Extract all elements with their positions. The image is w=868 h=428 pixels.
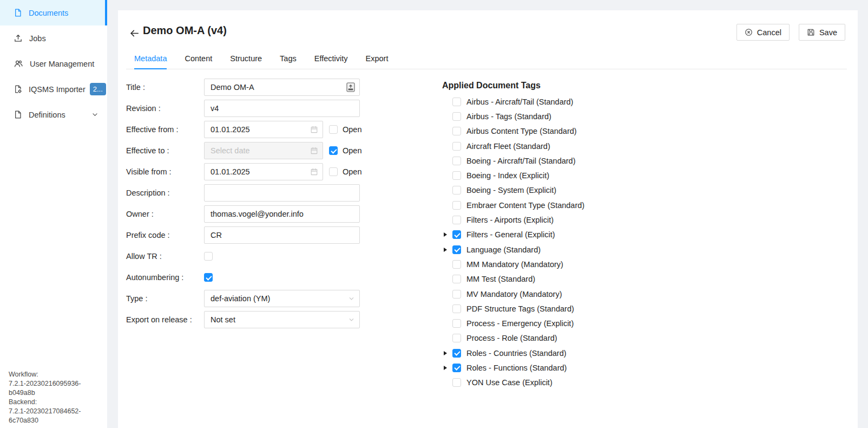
type-select[interactable]: def-aviation (YM): [204, 290, 360, 307]
input-value: Not set: [211, 315, 235, 324]
tag-row: Process - Emergency (Explicit): [442, 316, 584, 330]
caret-slot: [442, 351, 452, 355]
notification-badge: 2...: [90, 83, 106, 95]
input-value: Select date: [211, 146, 250, 155]
sidebar-item-iqsms-importer[interactable]: IQSMS Importer2...: [0, 76, 107, 102]
effective-to-open: Open: [329, 146, 361, 155]
tag-label: Boeing - Index (Explicit): [466, 171, 549, 180]
tag-checkbox[interactable]: [452, 142, 461, 151]
select-arrow-icon: [348, 316, 355, 323]
form-row-title: Title :Demo OM-A: [126, 79, 440, 96]
input-value: Demo OM-A: [211, 83, 254, 92]
sidebar-item-label: User Management: [30, 60, 94, 68]
expand-caret-icon[interactable]: [444, 366, 447, 370]
tag-row: MV Mandatory (Mandatory): [442, 287, 584, 301]
sidebar-item-definitions[interactable]: Definitions: [0, 102, 107, 127]
tag-checkbox[interactable]: [452, 112, 461, 121]
tag-checkbox[interactable]: [452, 304, 461, 313]
tab-tags[interactable]: Tags: [280, 48, 297, 69]
field-label: Export on release :: [126, 315, 204, 324]
visible-from-input[interactable]: 01.01.2025: [204, 163, 323, 180]
tag-checkbox[interactable]: [452, 378, 461, 387]
tag-checkbox[interactable]: [452, 230, 461, 239]
calendar-icon: [310, 147, 318, 155]
description-input[interactable]: [204, 184, 360, 202]
visible-from-open-checkbox[interactable]: [329, 167, 338, 176]
tag-label: Process - Role (Standard): [466, 334, 557, 342]
tag-label: Filters - General (Explicit): [466, 230, 555, 239]
tag-row: Boeing - Aircraft/Tail (Standard): [442, 153, 584, 168]
revision-input[interactable]: v4: [204, 100, 360, 117]
tag-label: Roles - Functions (Standard): [466, 364, 567, 372]
autofill-icon: [346, 82, 355, 92]
tab-metadata[interactable]: Metadata: [134, 48, 167, 69]
tag-row: Airbus - Tags (Standard): [442, 109, 584, 124]
prefix-code-input[interactable]: CR: [204, 226, 360, 244]
tag-checkbox[interactable]: [452, 260, 461, 269]
cancel-button[interactable]: Cancel: [737, 24, 790, 41]
tag-checkbox[interactable]: [452, 216, 461, 224]
tag-checkbox[interactable]: [452, 201, 461, 210]
effective-from-input[interactable]: 01.01.2025: [204, 121, 323, 138]
effective-from-open-checkbox[interactable]: [329, 125, 338, 134]
form-row-type: Type :def-aviation (YM): [126, 290, 440, 307]
sidebar-item-documents[interactable]: Documents: [0, 0, 107, 25]
expand-caret-icon[interactable]: [444, 248, 447, 252]
app-root: DocumentsJobsUser ManagementIQSMS Import…: [0, 0, 868, 428]
tag-label: Boeing - Aircraft/Tail (Standard): [466, 157, 575, 165]
sidebar-item-label: Jobs: [29, 34, 46, 43]
tag-row: Boeing - System (Explicit): [442, 183, 584, 198]
tag-label: Filters - Airports (Explicit): [466, 216, 554, 224]
tag-checkbox[interactable]: [452, 98, 461, 106]
form-row-effective-to: Effective to :Select dateOpen: [126, 142, 440, 159]
tag-checkbox[interactable]: [452, 245, 461, 254]
version-line: 6c70a830: [9, 416, 81, 425]
version-line: 7.2.1-20230216095936-: [9, 379, 81, 388]
version-line: 7.2.1-20230217084652-: [9, 407, 81, 416]
tag-label: MM Mandatory (Mandatory): [466, 260, 563, 269]
calendar-icon: [310, 168, 318, 176]
expand-caret-icon[interactable]: [444, 351, 447, 355]
export-on-release-select[interactable]: Not set: [204, 311, 360, 328]
tab-structure[interactable]: Structure: [230, 48, 262, 69]
version-info: Workflow:7.2.1-20230216095936-b049a8bBac…: [9, 370, 81, 425]
field-label: Prefix code :: [126, 231, 204, 239]
tab-export[interactable]: Export: [366, 48, 389, 69]
input-value: 01.01.2025: [211, 125, 250, 134]
sidebar-item-user-management[interactable]: User Management: [0, 51, 107, 76]
open-checkbox-label: Open: [343, 125, 361, 134]
tag-checkbox[interactable]: [452, 334, 461, 342]
arrow-left-icon: [129, 28, 140, 41]
sidebar-item-jobs[interactable]: Jobs: [0, 25, 107, 51]
input-value: 01.01.2025: [211, 167, 250, 176]
chevron-down-icon[interactable]: [91, 111, 98, 118]
tag-checkbox[interactable]: [452, 157, 461, 165]
tag-label: MV Mandatory (Mandatory): [466, 290, 562, 299]
tag-label: PDF Structure Tags (Standard): [466, 304, 574, 313]
tag-checkbox[interactable]: [452, 364, 461, 372]
tag-checkbox[interactable]: [452, 171, 461, 180]
autonumbering-checkbox[interactable]: [204, 273, 213, 282]
effective-to-open-checkbox[interactable]: [329, 146, 338, 155]
save-button[interactable]: Save: [799, 24, 845, 41]
tab-effectivity[interactable]: Effectivity: [314, 48, 348, 69]
import-icon: [14, 85, 22, 94]
tag-checkbox[interactable]: [452, 186, 461, 194]
tag-checkbox[interactable]: [452, 290, 461, 299]
field-label: Effective to :: [126, 146, 204, 155]
field-label: Autonumbering :: [126, 273, 204, 282]
open-checkbox-label: Open: [343, 146, 361, 155]
tag-checkbox[interactable]: [452, 319, 461, 328]
title-input[interactable]: Demo OM-A: [204, 79, 360, 96]
tag-checkbox[interactable]: [452, 349, 461, 358]
tab-content[interactable]: Content: [185, 48, 212, 69]
tag-checkbox[interactable]: [452, 127, 461, 135]
owner-input[interactable]: thomas.vogel@yonder.info: [204, 205, 360, 223]
tag-checkbox[interactable]: [452, 275, 461, 283]
effective-to-input[interactable]: Select date: [204, 142, 323, 159]
expand-caret-icon[interactable]: [444, 232, 447, 237]
tags-heading: Applied Document Tags: [442, 81, 584, 90]
allow-tr-checkbox[interactable]: [204, 252, 213, 261]
back-button[interactable]: [129, 28, 140, 41]
tag-row: Boeing - Index (Explicit): [442, 168, 584, 183]
